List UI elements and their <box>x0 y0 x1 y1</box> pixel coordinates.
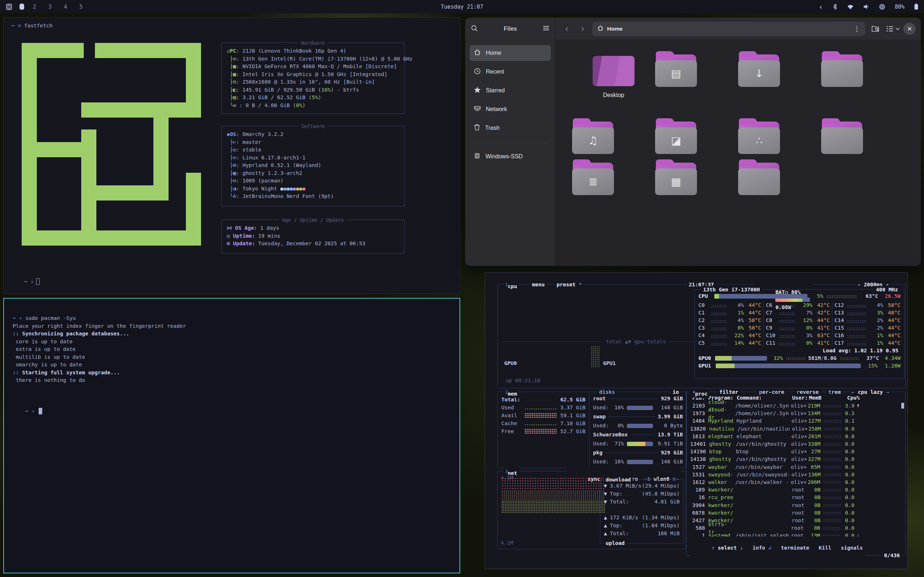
upload-stat: ▲Top:(1.84 Mibps) <box>600 521 683 529</box>
menu-button[interactable]: menu <box>530 281 546 288</box>
sidebar-item-network[interactable]: Network <box>470 102 551 117</box>
folder-item[interactable]: Work <box>738 163 780 195</box>
proc-scrollbar-thumb[interactable] <box>901 403 904 409</box>
download-label: download <box>604 476 633 484</box>
text-cursor <box>39 408 42 414</box>
folder-item[interactable]: ▤ Documents <box>655 55 697 87</box>
volume-icon[interactable] <box>863 4 869 10</box>
tray-expand-icon[interactable]: ‹ <box>819 3 822 11</box>
folder-icon: ≣ <box>572 163 614 184</box>
folder-icon: ∴ <box>738 121 780 142</box>
process-row[interactable]: 189 kworker/ root 0B 0.0 <box>687 486 863 494</box>
proc-sort-selector[interactable]: ← cpu lazy → <box>850 388 891 396</box>
disks-panel-title[interactable]: disks <box>597 388 617 396</box>
pacman-terminal-window[interactable]: ~ › sudo pacman -SyuPlace your right ind… <box>3 298 460 574</box>
workspace-button[interactable]: 3 <box>48 3 52 10</box>
sidebar-item-label: Recent <box>486 69 504 75</box>
proc-count: 0/436 <box>882 552 901 559</box>
process-row[interactable]: 1531 swayosd- /usr/bin/swayosd-ser oliv+… <box>687 471 863 479</box>
net-axis-bottom: 4.1M <box>501 539 513 547</box>
hardware-line: ├◧: 145.91 GiB / 929.50 GiB (16%) - btrf… <box>226 86 401 94</box>
proc-tree-button[interactable]: tree <box>827 388 843 396</box>
star-icon <box>474 87 481 95</box>
folder-item[interactable]: ♫ Music <box>572 121 614 154</box>
process-row[interactable]: 13401 ghostty /usr/bin/ghostty --g oliv+… <box>687 440 863 448</box>
clock[interactable]: Tuesday 21:07 <box>441 0 483 13</box>
sidebar-item-windows-ssd[interactable]: Windows-SSD <box>470 148 551 164</box>
folder-icon: ▦ <box>655 163 697 184</box>
process-row[interactable]: 14138 ghostty /usr/bin/ghostty --g oliv+… <box>687 456 863 463</box>
process-row[interactable]: 1527 waybar /usr/bin/waybar oliv+ 65M 0.… <box>687 463 863 471</box>
wifi-icon[interactable] <box>847 4 854 10</box>
process-row[interactable]: 1973 cloud-dr /home/oliver/.Synolo oliv+… <box>687 410 863 417</box>
mem-stat-row: Used 3.37 GiB <box>498 403 589 411</box>
folder-glyph-icon: ▤ <box>671 68 681 79</box>
process-row[interactable]: 1484 Hyprland Hyprland oliv+ 127M 0.1 <box>687 417 863 425</box>
folder-item[interactable]: Desktop <box>572 55 655 113</box>
shell-prompt[interactable]: ~ › <box>11 270 40 293</box>
process-row[interactable]: 14190 btop btop oliv+ 27M 0.0 <box>687 448 863 456</box>
sidebar-item-starred[interactable]: Starred <box>470 82 551 98</box>
core-grid: C04%44°CC11%44°CC24%58°CC30%58°CC422%44°… <box>695 301 904 347</box>
folder-item[interactable]: Import <box>821 55 863 87</box>
waybar-top-bar: 2345 Tuesday 21:07 ‹ 80% <box>0 0 924 13</box>
process-row[interactable]: 13820 nautilus /usr/bin/nautilus -- oliv… <box>687 425 863 433</box>
back-button[interactable]: ‹ <box>561 23 573 34</box>
forward-button[interactable]: › <box>577 23 589 34</box>
proc-percore-button[interactable]: per-core <box>757 388 786 396</box>
cpu-chip-icon[interactable] <box>879 4 885 10</box>
btop-terminal-window[interactable]: 1cpu menu preset * 21:07:37 BAT○ 80% 0.0… <box>485 272 908 569</box>
net-stats-panel: download upload ▼3.67 MiB/s(29.4 Mibps)▼… <box>600 479 683 543</box>
mem-stat-row: Cache 7.10 GiB <box>498 419 589 427</box>
proc-box-title[interactable]: 4proc <box>691 388 709 398</box>
download-stat: ▼Top:(45.8 Mibps) <box>600 490 683 498</box>
path-bar[interactable]: Home ⋮ <box>592 22 865 36</box>
bluetooth-icon[interactable] <box>833 3 837 10</box>
search-folder-icon[interactable] <box>869 22 882 36</box>
folder-item[interactable]: ◪ Pictures <box>655 121 697 154</box>
folder-item[interactable]: ▦ Videos <box>655 163 697 195</box>
net-traffic-graph <box>501 477 605 520</box>
disks-io-toggle[interactable]: io <box>671 388 681 396</box>
shell-prompt[interactable]: ~ › <box>12 400 42 423</box>
sidebar-item-trash[interactable]: Trash <box>470 120 551 136</box>
sidebar-item-home[interactable]: Home <box>470 45 551 61</box>
list-view-toggle[interactable] <box>886 22 900 36</box>
mem-box-title[interactable]: 2mem <box>504 388 519 398</box>
folder-glyph-icon: ∴ <box>756 135 762 146</box>
close-window-button[interactable]: ✕ <box>903 23 916 35</box>
proc-filter-button[interactable]: filter <box>717 388 740 396</box>
process-row[interactable]: 16 rcu_pree root 0B 0.0 <box>687 494 863 501</box>
sidebar-item-label: Windows-SSD <box>485 153 523 160</box>
proc-reverse-button[interactable]: reverse <box>795 388 821 396</box>
path-menu-icon[interactable]: ⋮ <box>854 25 860 33</box>
search-icon[interactable] <box>471 25 478 33</box>
proc-footer-controls[interactable]: ↑ select ↓ info ↲ terminate Kill signals <box>691 537 865 559</box>
cpu-graph-divider-label[interactable]: total ▲▼ gpu-totals <box>604 338 668 345</box>
workspace-1-active[interactable] <box>19 3 24 10</box>
btop-cpu-box: 1cpu menu preset * 21:07:37 BAT○ 80% 0.0… <box>498 284 906 388</box>
workspace-button[interactable]: 2 <box>33 3 36 10</box>
process-row[interactable]: 1612 walker /usr/bin/walker --ga oliv+ 2… <box>687 479 863 486</box>
workspace-button[interactable]: 4 <box>64 3 67 10</box>
process-row[interactable]: 3904 kworker/ root 0B 0.0 <box>687 501 863 509</box>
folder-item[interactable]: ∴ Public <box>738 121 780 154</box>
process-row[interactable]: 588 btrfs-tr root 0B 0.0 <box>687 524 863 532</box>
omarchy-logo-icon[interactable] <box>6 3 12 10</box>
core-stat: C161%44°C <box>835 332 901 339</box>
folder-item[interactable]: ↓ Downloads <box>738 55 780 87</box>
disk-usage-meter <box>627 424 653 428</box>
cpu-box-title[interactable]: 1cpu <box>504 281 519 290</box>
process-row[interactable]: 1613 elephant elephant oliv+ 201M 0.0 <box>687 433 863 440</box>
terminal-output-line: :: Starting full system upgrade... <box>12 369 186 377</box>
folder-item[interactable]: SynologyDrive <box>821 121 863 154</box>
home-icon <box>474 49 481 57</box>
fastfetch-terminal-window[interactable]: ~ × fastfetch Hardware ⌂PC: 21J8 (Lenovo… <box>3 17 460 294</box>
folder-item[interactable]: ≣ Templates <box>572 163 614 195</box>
process-row[interactable]: 6878 kworker/ root 0B 0.0 <box>687 509 863 517</box>
sidebar-item-recent[interactable]: Recent <box>470 64 551 80</box>
hamburger-menu-icon[interactable] <box>543 26 549 32</box>
battery-icon[interactable] <box>914 3 918 10</box>
workspace-button[interactable]: 5 <box>79 3 82 10</box>
preset-button[interactable]: preset * <box>555 281 584 288</box>
